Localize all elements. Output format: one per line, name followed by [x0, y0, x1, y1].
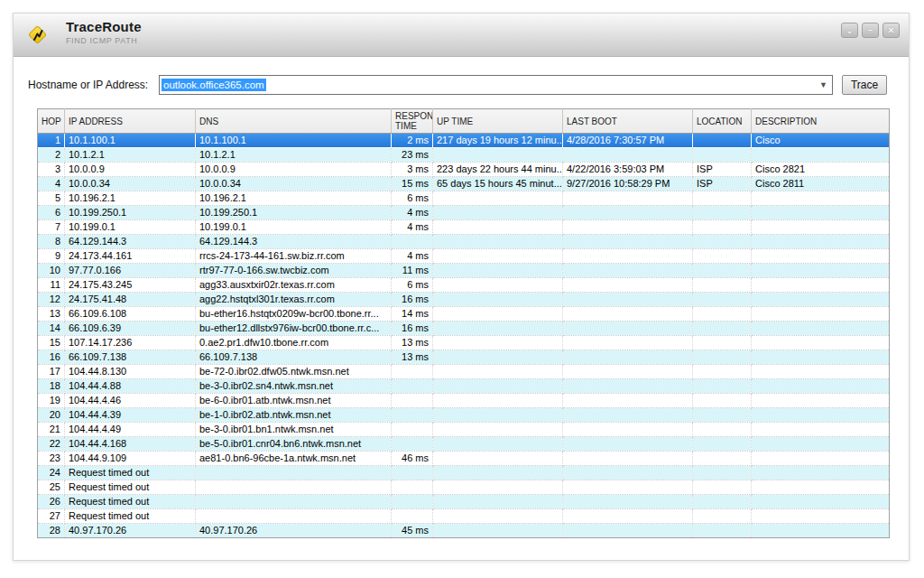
cell-lastboot: [563, 408, 693, 423]
cell-response: 3 ms: [392, 163, 433, 177]
cell-hop: 3: [38, 163, 65, 177]
cell-lastboot: [563, 264, 693, 278]
table-row[interactable]: 924.173.44.161rrcs-24-173-44-161.sw.biz.…: [38, 249, 890, 264]
cell-ip: 104.44.4.46: [65, 394, 196, 408]
cell-response: 16 ms: [392, 322, 433, 336]
cell-dns: be-3-0.ibr02.sn4.ntwk.msn.net: [196, 379, 392, 394]
cell-response: [392, 466, 433, 480]
hostname-label: Hostname or IP Address:: [28, 79, 148, 91]
table-row[interactable]: 1466.109.6.39bu-ether12.dllstx976iw-bcr0…: [38, 322, 890, 336]
cell-location: ISP: [693, 163, 752, 177]
cell-description: [752, 220, 890, 235]
table-row[interactable]: 21104.44.4.49be-3-0.ibr01.bn1.ntwk.msn.n…: [38, 423, 890, 437]
column-header-ip[interactable]: IP ADDRESS: [65, 109, 196, 134]
table-row[interactable]: 17104.44.8.130be-72-0.ibr02.dfw05.ntwk.m…: [38, 365, 890, 379]
cell-hop: 21: [38, 423, 65, 437]
title-bar: TraceRoute FIND ICMP PATH ⌄ – ✕: [14, 14, 909, 57]
cell-location: [693, 350, 752, 365]
table-row[interactable]: 19104.44.4.46be-6-0.ibr01.atb.ntwk.msn.n…: [38, 394, 890, 408]
collapse-button[interactable]: ⌄: [841, 23, 858, 38]
cell-description: [752, 322, 890, 336]
cell-hop: 28: [38, 524, 65, 538]
table-row[interactable]: 110.1.100.110.1.100.12 ms217 days 19 hou…: [38, 134, 890, 148]
table-row[interactable]: 1097.77.0.166rtr97-77-0-166.sw.twcbiz.co…: [38, 264, 890, 278]
table-row[interactable]: 864.129.144.364.129.144.3: [38, 235, 890, 249]
cell-location: [693, 452, 752, 466]
dropdown-chevron-icon[interactable]: ▼: [819, 81, 827, 89]
table-row[interactable]: 15107.14.17.2360.ae2.pr1.dfw10.tbone.rr.…: [38, 336, 890, 350]
table-row[interactable]: 1124.175.43.245agg33.ausxtxir02r.texas.r…: [38, 278, 890, 293]
cell-description: [752, 148, 890, 163]
trace-button[interactable]: Trace: [842, 75, 887, 95]
cell-hop: 16: [38, 350, 65, 365]
cell-dns: be-3-0.ibr01.bn1.ntwk.msn.net: [196, 423, 392, 437]
cell-location: [693, 206, 752, 220]
column-header-uptime[interactable]: UP TIME: [433, 109, 563, 134]
cell-lastboot: [563, 220, 693, 235]
cell-dns: 66.109.7.138: [196, 350, 392, 365]
table-row[interactable]: 1666.109.7.13866.109.7.13813 ms: [38, 350, 890, 365]
cell-description: [752, 495, 890, 509]
traceroute-window: TraceRoute FIND ICMP PATH ⌄ – ✕ Hostname…: [13, 13, 910, 561]
cell-lastboot: [563, 148, 693, 163]
table-row[interactable]: 410.0.0.3410.0.0.3415 ms65 days 15 hours…: [38, 177, 890, 191]
cell-hop: 22: [38, 437, 65, 452]
cell-description: [752, 480, 890, 495]
cell-hop: 2: [38, 148, 65, 163]
cell-response: 14 ms: [392, 307, 433, 322]
minimize-button[interactable]: –: [862, 23, 879, 38]
cell-location: [693, 134, 752, 148]
column-header-hop[interactable]: HOP: [38, 109, 65, 134]
cell-hop: 25: [38, 480, 65, 495]
column-header-lastboot[interactable]: LAST BOOT: [563, 109, 693, 134]
chevron-down-icon: ⌄: [845, 25, 853, 35]
table-row[interactable]: 20104.44.4.39be-1-0.ibr02.atb.ntwk.msn.n…: [38, 408, 890, 423]
cell-hop: 19: [38, 394, 65, 408]
column-header-description[interactable]: DESCRIPTION: [752, 109, 890, 134]
cell-location: [693, 264, 752, 278]
table-row[interactable]: 23104.44.9.109ae81-0.bn6-96cbe-1a.ntwk.m…: [38, 452, 890, 466]
table-row[interactable]: 18104.44.4.88be-3-0.ibr02.sn4.ntwk.msn.n…: [38, 379, 890, 394]
cell-uptime: 65 days 15 hours 45 minut...: [433, 177, 563, 191]
table-row[interactable]: 1366.109.6.108bu-ether16.hstqtx0209w-bcr…: [38, 307, 890, 322]
table-row[interactable]: 610.199.250.110.199.250.14 ms: [38, 206, 890, 220]
cell-description: [752, 350, 890, 365]
cell-description: [752, 423, 890, 437]
cell-ip: 104.44.4.39: [65, 408, 196, 423]
cell-response: 13 ms: [392, 336, 433, 350]
table-row[interactable]: 2840.97.170.2640.97.170.2645 ms: [38, 524, 890, 538]
cell-uptime: [433, 509, 563, 524]
column-header-dns[interactable]: DNS: [196, 109, 392, 134]
page-title: TraceRoute: [66, 19, 142, 34]
table-row[interactable]: 1224.175.41.48agg22.hstqtxl301r.texas.rr…: [38, 293, 890, 307]
cell-response: [392, 480, 433, 495]
hostname-input[interactable]: outlook.office365.com ▼: [159, 75, 833, 95]
table-row[interactable]: 22104.44.4.168be-5-0.ibr01.cnr04.bn6.ntw…: [38, 437, 890, 452]
table-row[interactable]: 310.0.0.910.0.0.93 ms223 days 22 hours 4…: [38, 163, 890, 177]
cell-ip: 24.175.41.48: [65, 293, 196, 307]
cell-lastboot: [563, 336, 693, 350]
cell-uptime: [433, 278, 563, 293]
table-row[interactable]: 24Request timed out: [38, 466, 890, 480]
column-header-location[interactable]: LOCATION: [693, 109, 752, 134]
table-row[interactable]: 710.199.0.110.199.0.14 ms: [38, 220, 890, 235]
cell-ip: Request timed out: [65, 495, 196, 509]
cell-ip: 64.129.144.3: [65, 235, 196, 249]
cell-response: [392, 408, 433, 423]
cell-lastboot: [563, 524, 693, 538]
close-button[interactable]: ✕: [882, 23, 900, 38]
cell-uptime: [433, 191, 563, 206]
table-row[interactable]: 210.1.2.110.1.2.123 ms: [38, 148, 890, 163]
traceroute-app-icon: [28, 25, 48, 45]
cell-uptime: [433, 350, 563, 365]
table-row[interactable]: 27Request timed out: [38, 509, 890, 524]
table-row[interactable]: 510.196.2.110.196.2.16 ms: [38, 191, 890, 206]
cell-location: [693, 220, 752, 235]
cell-ip: 104.44.9.109: [65, 452, 196, 466]
cell-response: [392, 379, 433, 394]
table-row[interactable]: 25Request timed out: [38, 480, 890, 495]
table-row[interactable]: 26Request timed out: [38, 495, 890, 509]
cell-response: 2 ms: [392, 134, 433, 148]
column-header-response[interactable]: RESPONSE TIME: [392, 109, 433, 134]
cell-dns: 10.1.100.1: [196, 134, 392, 148]
